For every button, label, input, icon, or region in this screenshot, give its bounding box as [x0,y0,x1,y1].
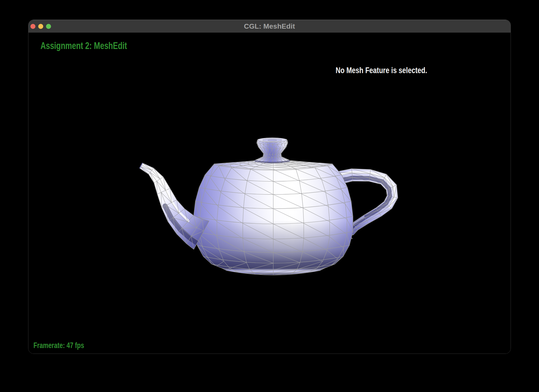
window-titlebar[interactable]: CGL: MeshEdit [28,20,511,33]
gl-canvas[interactable]: Assignment 2: MeshEdit No Mesh Feature i… [28,33,511,354]
assignment-heading: Assignment 2: MeshEdit [40,40,151,51]
desktop: CGL: MeshEdit Assignment 2: MeshEdit No … [0,0,539,392]
selection-status-text: No Mesh Feature is selected. [336,65,453,75]
close-button[interactable] [30,24,35,29]
zoom-button[interactable] [46,24,51,29]
meshedit-window: CGL: MeshEdit Assignment 2: MeshEdit No … [28,20,511,354]
framerate-readout: Framerate: 47 fps [33,341,98,350]
minimize-button[interactable] [38,24,43,29]
teapot-mesh-viewport[interactable] [28,33,511,354]
traffic-lights [28,20,51,33]
window-title: CGL: MeshEdit [244,22,295,30]
